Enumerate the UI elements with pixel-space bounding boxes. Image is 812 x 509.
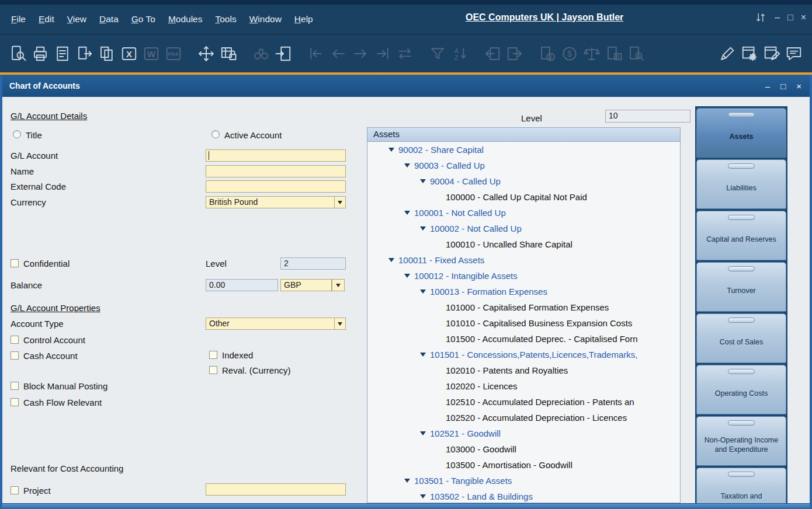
form-settings-icon[interactable]	[741, 45, 758, 62]
send-icon[interactable]	[76, 45, 93, 62]
drawer-operating-costs[interactable]: Operating Costs	[696, 365, 786, 414]
drawer-handle	[728, 318, 755, 323]
collapse-triangle-icon[interactable]	[404, 479, 410, 483]
print-preview-icon[interactable]	[32, 45, 49, 62]
balance-currency-field[interactable]: GBP	[280, 279, 332, 291]
tree-item-leaf[interactable]: 102510 - Accumulated Depreciation - Pate…	[367, 394, 680, 410]
tree-item-node[interactable]: 100002 - Not Called Up	[367, 221, 680, 236]
confidential-checkbox[interactable]	[11, 259, 19, 267]
cash-account-checkbox[interactable]	[11, 351, 19, 360]
drawer-taxation-and[interactable]: Taxation and	[696, 468, 786, 503]
collapse-triangle-icon[interactable]	[420, 290, 426, 294]
tree-item-node[interactable]: 100001 - Not Called Up	[367, 205, 680, 221]
drawer-assets[interactable]: Assets	[696, 108, 786, 158]
print-icon[interactable]	[54, 45, 71, 62]
reval-currency-checkbox[interactable]	[209, 366, 217, 374]
active-account-radio[interactable]	[211, 130, 220, 138]
drawer-turnover[interactable]: Turnover	[696, 262, 786, 312]
chevron-down-icon[interactable]	[334, 197, 345, 208]
project-checkbox[interactable]	[11, 486, 19, 494]
indexed-label: Indexed	[222, 350, 253, 360]
edit-document-icon[interactable]	[719, 45, 736, 62]
collapse-triangle-icon[interactable]	[404, 274, 410, 278]
find-icon[interactable]	[9, 45, 27, 62]
tree-item-node[interactable]: 90004 - Called Up	[367, 173, 680, 189]
tree-item-node[interactable]: 100013 - Formation Expenses	[367, 284, 680, 299]
collapse-triangle-icon[interactable]	[388, 148, 394, 152]
drawer-cost-of-sales[interactable]: Cost of Sales	[696, 313, 786, 363]
tree-item-leaf[interactable]: 101500 - Accumulated Deprec. - Capitalis…	[367, 331, 680, 347]
collapse-triangle-icon[interactable]	[420, 494, 426, 498]
tree-item-leaf[interactable]: 103500 - Amortisation - Goodwill	[367, 457, 680, 473]
drawer-capital-and-reserves[interactable]: Capital and Reserves	[696, 211, 786, 260]
drawer-non-operating-income-and-expenditure[interactable]: Non-Operating Income and Expenditure	[696, 416, 786, 466]
name-input[interactable]	[206, 165, 346, 177]
menu-item-view[interactable]: View	[61, 11, 93, 28]
tree-item-node[interactable]: 100012 - Intangible Assets	[367, 268, 680, 284]
menu-item-modules[interactable]: Modules	[162, 11, 209, 28]
tree-item-leaf[interactable]: 103000 - Goodwill	[367, 441, 680, 457]
menu-item-edit[interactable]: Edit	[32, 11, 61, 28]
collaboration-icon[interactable]	[785, 45, 803, 62]
tree-item-node[interactable]: 90003 - Called Up	[367, 158, 680, 173]
balance-currency-dropdown-icon[interactable]	[332, 279, 345, 291]
tree-item-node[interactable]: 100011 - Fixed Assets	[367, 252, 680, 268]
lock-screen-icon[interactable]	[220, 45, 237, 62]
cash-flow-relevant-checkbox[interactable]	[11, 398, 19, 406]
launch-application-icon[interactable]	[197, 45, 215, 62]
tree-item-node[interactable]: 101501 - Concessions,Patents,Licences,Tr…	[367, 347, 680, 362]
maximize-button[interactable]: □	[787, 12, 793, 23]
menu-item-tools[interactable]: Tools	[209, 11, 243, 28]
tree-item-leaf[interactable]: 102520 - Accumulated Depreciation - Lice…	[367, 410, 680, 426]
drawer-liabilities[interactable]: Liabilities	[696, 159, 786, 209]
control-account-label: Control Account	[23, 335, 85, 345]
collapse-triangle-icon[interactable]	[420, 179, 426, 183]
export-pdf-icon	[165, 45, 182, 62]
copy-icon[interactable]	[98, 45, 116, 62]
doc-maximize-button[interactable]: □	[780, 81, 786, 91]
drawer-label: Operating Costs	[712, 374, 771, 414]
tree-item-leaf[interactable]: 101000 - Capitalised Formation Expenses	[367, 299, 680, 315]
tree-item-leaf[interactable]: 102010 - Patents and Royalties	[367, 362, 680, 378]
sort-order-icon[interactable]	[754, 11, 767, 24]
tree-item-node[interactable]: 103501 - Tangible Assets	[367, 473, 680, 489]
chevron-down-icon[interactable]	[334, 318, 345, 329]
collapse-triangle-icon[interactable]	[404, 211, 410, 215]
tree-item-leaf[interactable]: 100010 - Uncalled Share Capital	[367, 236, 680, 252]
external-code-input[interactable]	[206, 180, 346, 193]
menu-item-go-to[interactable]: Go To	[125, 11, 162, 28]
tree-item-node[interactable]: 102521 - Goodwill	[367, 426, 680, 441]
menu-item-file[interactable]: File	[5, 11, 32, 28]
gl-account-details-title: G/L Account Details	[11, 111, 87, 121]
tree-item-node[interactable]: 103502 - Land & Buildings	[367, 489, 680, 503]
collapse-triangle-icon[interactable]	[388, 258, 394, 262]
export-excel-icon[interactable]	[120, 45, 138, 62]
menu-item-data[interactable]: Data	[93, 11, 125, 28]
collapse-triangle-icon[interactable]	[420, 431, 426, 435]
tree-item-leaf[interactable]: 102020 - Licences	[367, 378, 680, 394]
doc-minimize-button[interactable]: –	[765, 81, 770, 91]
tree-item-node[interactable]: 90002 - Share Capital	[367, 142, 680, 158]
collapse-triangle-icon[interactable]	[420, 226, 426, 231]
close-button[interactable]: ×	[801, 12, 806, 23]
indexed-checkbox[interactable]	[209, 351, 217, 359]
tree-item-leaf[interactable]: 101010 - Capitalised Business Expansion …	[367, 315, 680, 331]
drawer-label: Assets	[726, 117, 757, 157]
gl-account-input[interactable]	[206, 149, 346, 162]
account-type-select[interactable]: Other	[206, 318, 346, 330]
minimize-button[interactable]: –	[775, 12, 780, 23]
collapse-triangle-icon[interactable]	[420, 353, 426, 357]
goto-record-icon[interactable]	[275, 45, 292, 62]
menu-item-window[interactable]: Window	[243, 11, 288, 28]
menu-item-help[interactable]: Help	[288, 11, 320, 28]
collapse-triangle-icon[interactable]	[404, 163, 410, 168]
tree-item-leaf[interactable]: 100000 - Called Up Capital Not Paid	[367, 189, 680, 205]
tree-item-label: 90004 - Called Up	[430, 176, 501, 186]
control-account-checkbox[interactable]	[11, 336, 19, 344]
title-radio[interactable]	[13, 130, 21, 138]
currency-select[interactable]: British Pound	[206, 196, 346, 208]
doc-close-button[interactable]: ×	[796, 81, 801, 91]
user-defined-fields-icon[interactable]	[763, 45, 780, 62]
project-input[interactable]	[206, 483, 346, 496]
block-manual-posting-checkbox[interactable]	[11, 382, 19, 390]
